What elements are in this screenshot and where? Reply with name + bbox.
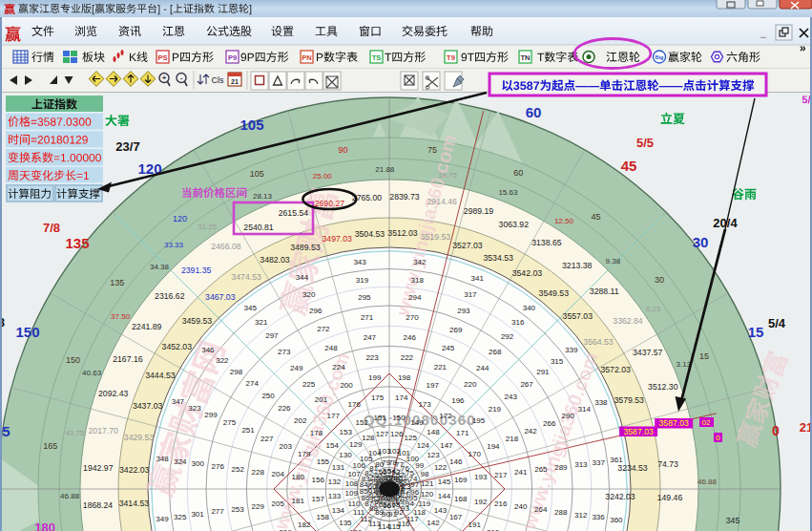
svg-text:337: 337: [593, 458, 606, 467]
svg-text:Cls: Cls: [212, 75, 224, 85]
svg-text:3549.53: 3549.53: [539, 288, 570, 298]
svg-text:0: 0: [772, 423, 780, 438]
svg-text:318: 318: [411, 276, 425, 285]
svg-text:75: 75: [427, 145, 437, 155]
svg-text:120: 120: [421, 490, 434, 499]
svg-text:253: 253: [231, 505, 244, 514]
svg-text:292: 292: [501, 332, 514, 341]
svg-text:273: 273: [278, 348, 291, 356]
svg-text:347: 347: [172, 397, 185, 406]
svg-text:45: 45: [621, 158, 637, 174]
svg-text:194: 194: [487, 442, 500, 451]
svg-text:316: 316: [511, 318, 525, 327]
svg-text:3497.03: 3497.03: [322, 234, 352, 244]
svg-text:165: 165: [43, 441, 57, 451]
svg-text:193: 193: [474, 473, 488, 481]
svg-text:191: 191: [468, 520, 482, 529]
svg-text:15: 15: [699, 351, 709, 361]
svg-text:120: 120: [173, 214, 187, 223]
svg-text:3587.03: 3587.03: [623, 427, 654, 436]
svg-text:2989.19: 2989.19: [464, 206, 494, 216]
svg-text:195: 195: [472, 416, 486, 425]
svg-text:1942.97: 1942.97: [83, 463, 114, 473]
svg-text:205: 205: [272, 499, 285, 508]
svg-text:3527.03: 3527.03: [452, 241, 483, 250]
svg-text:202: 202: [294, 416, 307, 425]
svg-text:320: 320: [302, 290, 316, 299]
svg-text:228: 228: [252, 468, 265, 477]
svg-text:150: 150: [392, 414, 406, 422]
svg-text:43.75: 43.75: [65, 429, 85, 437]
svg-text:2017.70: 2017.70: [88, 426, 118, 435]
svg-text:298: 298: [230, 368, 243, 376]
svg-text:3467.03: 3467.03: [205, 292, 236, 302]
svg-text:12.50: 12.50: [554, 217, 574, 225]
svg-text:131: 131: [332, 463, 345, 472]
svg-text:T9: T9: [447, 53, 455, 62]
svg-text:173: 173: [418, 400, 431, 409]
svg-text:106: 106: [353, 461, 366, 470]
svg-text:142: 142: [427, 519, 440, 527]
svg-text:3288.11: 3288.11: [590, 287, 619, 296]
svg-text:290: 290: [562, 412, 575, 420]
svg-text:251: 251: [241, 426, 255, 435]
svg-text:265: 265: [534, 465, 548, 474]
svg-text:323: 323: [188, 404, 201, 413]
svg-text:147: 147: [440, 441, 453, 450]
svg-text:288: 288: [554, 508, 568, 517]
svg-text:122: 122: [434, 463, 448, 472]
svg-text:317: 317: [464, 290, 477, 299]
svg-text:97: 97: [410, 480, 419, 489]
svg-text:336: 336: [592, 513, 605, 521]
svg-text:3557.03: 3557.03: [563, 311, 593, 321]
svg-text:199: 199: [368, 373, 382, 382]
svg-text:25.00: 25.00: [313, 172, 333, 181]
svg-text:3489.53: 3489.53: [290, 243, 321, 252]
svg-text:2241.89: 2241.89: [132, 322, 162, 331]
svg-text:3362.84: 3362.84: [613, 316, 643, 326]
svg-text:143: 143: [434, 506, 448, 515]
svg-text:2167.16: 2167.16: [113, 354, 143, 364]
svg-text:197: 197: [427, 381, 440, 390]
svg-text:297: 297: [265, 331, 279, 340]
svg-text:2092.43: 2092.43: [98, 389, 129, 398]
svg-text:134: 134: [332, 506, 345, 515]
svg-text:153: 153: [340, 428, 353, 436]
svg-text:74.73: 74.73: [657, 459, 678, 469]
svg-text:9.38: 9.38: [606, 257, 621, 266]
svg-text:3234.53: 3234.53: [617, 463, 648, 473]
svg-text:3504.53: 3504.53: [355, 229, 385, 239]
svg-text:182: 182: [298, 520, 311, 529]
svg-text:145: 145: [438, 478, 451, 486]
svg-text:6.25: 6.25: [646, 305, 661, 313]
svg-text:151: 151: [374, 414, 387, 422]
svg-text:TS: TS: [372, 53, 382, 62]
svg-text:46.88: 46.88: [60, 492, 80, 500]
svg-text:198: 198: [398, 373, 411, 382]
svg-text:2839.73: 2839.73: [389, 192, 420, 202]
svg-text:34.38: 34.38: [150, 263, 170, 271]
svg-text:229: 229: [252, 502, 265, 511]
svg-text:167: 167: [449, 513, 463, 521]
svg-text:271: 271: [361, 313, 374, 322]
svg-text:40.63: 40.63: [82, 369, 102, 377]
svg-text:246: 246: [404, 333, 417, 342]
svg-text:293: 293: [457, 307, 470, 315]
svg-text:243: 243: [505, 393, 518, 401]
svg-text:2615.54: 2615.54: [279, 208, 309, 218]
svg-text:268: 268: [489, 348, 502, 356]
svg-text:15: 15: [748, 324, 764, 340]
svg-text:225: 225: [302, 380, 316, 389]
svg-text:5/4: 5/4: [768, 316, 786, 330]
svg-text:360: 360: [610, 516, 623, 524]
svg-text:129: 129: [349, 440, 363, 449]
svg-text:3564.53: 3564.53: [583, 337, 614, 347]
svg-text:3242.03: 3242.03: [605, 492, 635, 501]
svg-text:3452.03: 3452.03: [162, 342, 193, 351]
svg-text:342: 342: [413, 258, 427, 266]
svg-text:152: 152: [356, 418, 369, 427]
svg-text:155: 155: [317, 457, 330, 466]
svg-text:348: 348: [156, 455, 169, 463]
svg-text:291: 291: [536, 368, 550, 376]
svg-text:3482.03: 3482.03: [260, 255, 290, 265]
